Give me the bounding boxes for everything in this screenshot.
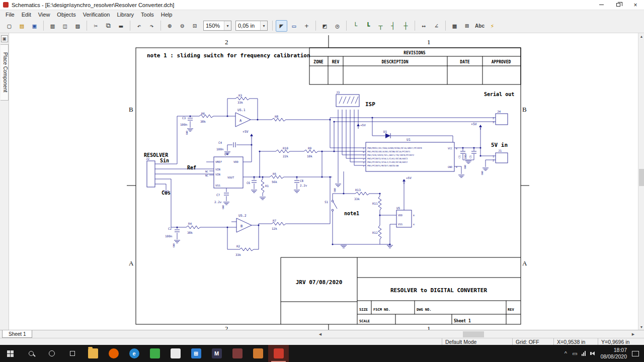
diode-D1[interactable] xyxy=(385,133,390,138)
scroll-left-arrow[interactable]: ◀ xyxy=(317,331,324,337)
action-center-button[interactable] xyxy=(632,351,639,356)
table-button[interactable]: ▦ xyxy=(449,20,460,32)
scroll-down-arrow[interactable]: ▼ xyxy=(638,324,644,330)
menu-edit[interactable]: Edit xyxy=(18,11,35,18)
menu-tools[interactable]: Tools xyxy=(137,11,157,18)
taskbar-app-schematics[interactable] xyxy=(268,345,289,362)
taskbar-app-dark-red-app[interactable] xyxy=(227,345,248,362)
taskbar-app-edge[interactable]: e xyxy=(124,345,144,362)
print-preview-button[interactable]: ◫ xyxy=(59,20,71,32)
select-button[interactable]: ◤ xyxy=(276,20,287,32)
place-junction-button[interactable]: ┼ xyxy=(400,20,412,32)
vertical-scrollbar[interactable]: ▲ ▼ xyxy=(638,33,644,330)
resistor-R11[interactable] xyxy=(378,196,381,210)
menu-file[interactable]: File xyxy=(2,11,18,18)
resistor-R2[interactable] xyxy=(239,248,254,251)
opamp-symbol[interactable] xyxy=(236,218,252,232)
resistor-R10[interactable] xyxy=(276,150,290,153)
chevron-down-icon[interactable]: ▾ xyxy=(260,21,267,30)
taskbar-app-firefox[interactable] xyxy=(103,345,124,362)
resistor-R13[interactable] xyxy=(355,192,369,195)
zoom-level-combo[interactable]: 150%▾ xyxy=(203,21,231,31)
place-component-tab[interactable]: Place Component xyxy=(1,44,9,101)
taskbar-app-m-app[interactable]: M xyxy=(206,345,227,362)
place-bus-button[interactable]: ┗ xyxy=(362,20,374,32)
horizontal-scrollbar[interactable]: ◀ ▶ xyxy=(317,331,637,338)
taskbar-app-orange-app[interactable] xyxy=(248,345,268,362)
schematic-canvas[interactable]: 21BABA21REVISIONSZONEREVDESCRIPTIONDATEA… xyxy=(9,33,638,330)
open-button[interactable]: ▤ xyxy=(16,20,28,32)
volume-icon[interactable] xyxy=(588,345,597,362)
taskbar-clock[interactable]: 18:07 08/08/2020 xyxy=(597,347,631,360)
place-text-button[interactable]: Abc xyxy=(474,20,486,32)
sheet-tab[interactable]: Sheet 1 xyxy=(2,330,32,338)
save-button[interactable]: ▣ xyxy=(29,20,40,32)
taskbar-app-file-explorer[interactable] xyxy=(83,345,103,362)
task-view-button[interactable] xyxy=(62,345,83,362)
find-button[interactable]: ◎ xyxy=(332,20,343,32)
wire-junction xyxy=(371,117,373,118)
add-sheet-button[interactable]: ⊞ xyxy=(461,20,473,32)
grid-step-combo[interactable]: 0,05 in▾ xyxy=(235,21,268,31)
undo-button[interactable]: ↶ xyxy=(133,20,145,32)
zoom-in-button[interactable]: ⊕ xyxy=(164,20,176,32)
convert-button[interactable]: ⚡ xyxy=(487,20,498,32)
resistor-R9[interactable] xyxy=(304,150,318,153)
resistor-R8[interactable] xyxy=(272,118,286,121)
dimension-button[interactable]: ↔ xyxy=(418,20,430,32)
taskbar-search-button[interactable] xyxy=(21,345,41,362)
print-button[interactable]: ▥ xyxy=(47,20,58,32)
resistor-R3[interactable] xyxy=(235,97,250,100)
component-J3[interactable] xyxy=(336,95,359,107)
place-wire-button[interactable]: └ xyxy=(350,20,361,32)
menu-library[interactable]: Library xyxy=(113,11,137,18)
horizontal-scroll-thumb[interactable] xyxy=(463,331,484,337)
opamp-symbol[interactable] xyxy=(235,113,251,127)
menu-verification[interactable]: Verification xyxy=(79,11,114,18)
menu-objects[interactable]: Objects xyxy=(53,11,79,18)
taskbar-app-green-app[interactable] xyxy=(144,345,165,362)
cortana-button[interactable] xyxy=(41,345,62,362)
schematic-label: ZONE xyxy=(313,60,323,64)
menu-view[interactable]: View xyxy=(35,11,54,18)
resistor-R4[interactable] xyxy=(186,226,200,229)
component-J2[interactable] xyxy=(147,161,155,187)
menu-help[interactable]: Help xyxy=(157,11,176,18)
copy-button[interactable]: ⧉ xyxy=(103,20,114,32)
schematic-label: 12k xyxy=(272,227,277,230)
bus-connection-button[interactable]: ┬ xyxy=(375,20,386,32)
paste-button[interactable]: ▬ xyxy=(115,20,127,32)
zoom-window-button[interactable]: ⊡ xyxy=(189,20,201,32)
net-port-button[interactable]: ┤ xyxy=(387,20,399,32)
vertical-scroll-thumb[interactable] xyxy=(639,169,644,186)
component-panel-button[interactable]: ◩ xyxy=(319,20,331,32)
restore-button[interactable] xyxy=(610,0,627,10)
start-button[interactable] xyxy=(0,345,21,362)
resistor-R12[interactable] xyxy=(378,225,381,239)
resistor-R5[interactable] xyxy=(270,175,284,178)
scroll-up-arrow[interactable]: ▲ xyxy=(638,33,644,39)
minimize-button[interactable] xyxy=(593,0,610,10)
redo-button[interactable]: ↷ xyxy=(146,20,157,32)
export-button[interactable]: ▨ xyxy=(72,20,84,32)
switch-S1[interactable] xyxy=(332,209,334,211)
close-button[interactable]: × xyxy=(627,0,644,10)
zoom-out-button[interactable]: ⊖ xyxy=(177,20,188,32)
box-select-button[interactable]: ▭ xyxy=(288,20,300,32)
tray-overflow-button[interactable]: ^ xyxy=(561,345,570,362)
new-button[interactable]: ▢ xyxy=(4,20,15,32)
schematic-label: R13 xyxy=(355,188,361,192)
cut-button[interactable]: ✂ xyxy=(90,20,102,32)
taskbar-app-store[interactable]: ⊞ xyxy=(186,345,206,362)
tray-generic-icon[interactable]: ▭ xyxy=(570,345,579,362)
scroll-right-arrow[interactable]: ▶ xyxy=(630,331,636,337)
component-J1[interactable] xyxy=(496,153,508,163)
component-J4[interactable] xyxy=(496,114,508,125)
place-origin-button[interactable]: + xyxy=(301,20,312,32)
resistor-R1[interactable] xyxy=(261,179,264,193)
resistor-R7[interactable] xyxy=(272,222,286,225)
taskbar-app-notepad[interactable] xyxy=(165,345,186,362)
angle-dimension-button[interactable]: ∠ xyxy=(431,20,442,32)
network-icon[interactable] xyxy=(579,345,588,362)
chevron-down-icon[interactable]: ▾ xyxy=(224,21,231,30)
